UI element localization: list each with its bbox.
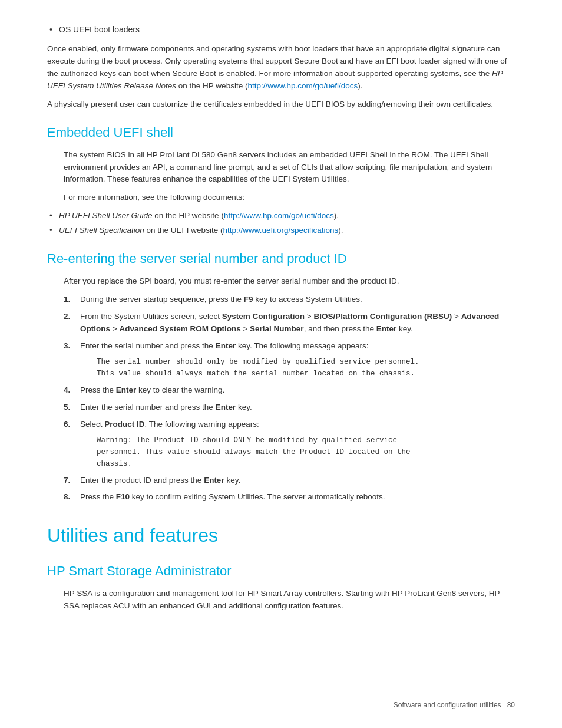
para-once-enabled: Once enabled, only firmware components a… — [47, 43, 515, 93]
bullet-text: OS UEFI boot loaders — [59, 25, 140, 34]
uefi-item1-italic: HP UEFI Shell User Guide — [59, 211, 153, 220]
step2-sysconfg: System Configuration — [222, 312, 305, 321]
uefi-list-item-2: UEFI Shell Specification on the UEFI web… — [47, 225, 515, 237]
hp-uefi-docs-link-2[interactable]: http://www.hp.com/go/uefi/docs — [224, 211, 334, 220]
embedded-uefi-heading: Embedded UEFI shell — [47, 123, 515, 142]
step3-enter: Enter — [216, 341, 236, 350]
step-1: During the server startup sequence, pres… — [64, 294, 515, 306]
step-8: Press the F10 key to confirm exiting Sys… — [64, 491, 515, 503]
step2-serial: Serial Number — [250, 324, 304, 333]
hp-smart-storage-heading: HP Smart Storage Administrator — [47, 561, 515, 581]
re-entering-heading: Re-entering the server serial number and… — [47, 249, 515, 268]
step8-f10: F10 — [116, 492, 130, 501]
embedded-uefi-body2: For more information, see the following … — [64, 192, 515, 204]
uefi-spec-link[interactable]: http://www.uefi.org/specifications — [223, 226, 338, 235]
uefi-item2-italic: UEFI Shell Specification — [59, 226, 144, 235]
step-6: Select Product ID. The following warning… — [64, 419, 515, 470]
utilities-heading: Utilities and features — [47, 521, 515, 549]
step-3: Enter the serial number and press the En… — [64, 340, 515, 380]
step6-productid: Product ID — [104, 420, 144, 429]
step2-rbsu: BIOS/Platform Configuration (RBSU) — [313, 312, 452, 321]
step-5: Enter the serial number and press the En… — [64, 401, 515, 414]
step-7: Enter the product ID and press the Enter… — [64, 475, 515, 487]
page: OS UEFI boot loaders Once enabled, only … — [0, 0, 562, 728]
page-number: 80 — [507, 701, 515, 709]
step1-f9: F9 — [244, 295, 253, 304]
step2-romopt: Advanced System ROM Options — [119, 324, 240, 333]
embedded-uefi-body1: The system BIOS in all HP ProLiant DL580… — [64, 149, 515, 186]
embedded-uefi-list: HP UEFI Shell User Guide on the HP websi… — [47, 210, 515, 237]
para-physically-present: A physically present user can customize … — [47, 98, 515, 111]
bullet-os-uefi: OS UEFI boot loaders — [47, 24, 515, 36]
step7-enter: Enter — [204, 476, 224, 485]
page-footer: Software and configuration utilities 80 — [394, 700, 515, 710]
hp-ssa-body: HP SSA is a configuration and management… — [64, 588, 515, 612]
uefi-list-item-1: HP UEFI Shell User Guide on the HP websi… — [47, 210, 515, 222]
step6-code: Warning: The Product ID should ONLY be m… — [97, 434, 515, 470]
step-2: From the System Utilities screen, select… — [64, 311, 515, 335]
step3-code: The serial number should only be modifie… — [97, 356, 515, 380]
steps-list: During the server startup sequence, pres… — [64, 294, 515, 503]
footer-text: Software and configuration utilities — [394, 701, 501, 709]
hp-uefi-docs-link-1[interactable]: http://www.hp.com/go/uefi/docs — [247, 81, 358, 90]
step2-enter: Enter — [376, 324, 397, 333]
re-entering-intro: After you replace the SPI board, you mus… — [64, 275, 515, 288]
top-bullet-list: OS UEFI boot loaders — [47, 24, 515, 36]
step5-enter: Enter — [216, 403, 236, 411]
step-4: Press the Enter key to clear the warning… — [64, 384, 515, 397]
step4-enter: Enter — [116, 386, 137, 394]
